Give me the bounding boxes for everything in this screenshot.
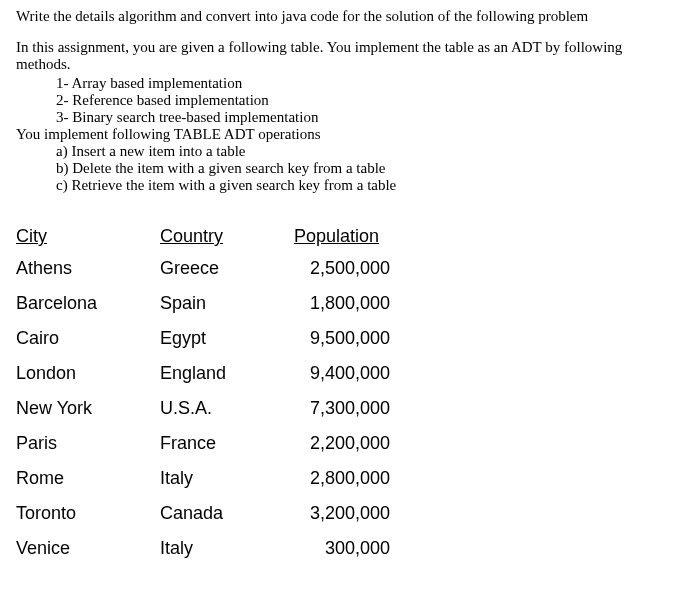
cell-country: Canada — [160, 496, 294, 531]
table-header-row: City Country Population — [16, 222, 428, 251]
cell-city: Athens — [16, 251, 160, 286]
intro-line: Write the details algorithm and convert … — [16, 8, 664, 25]
cell-population: 9,400,000 — [294, 356, 428, 391]
implementation-methods-list: 1- Array based implementation 2- Referen… — [56, 75, 664, 126]
table-row: London England 9,400,000 — [16, 356, 428, 391]
table-row: New York U.S.A. 7,300,000 — [16, 391, 428, 426]
cell-population: 7,300,000 — [294, 391, 428, 426]
cell-city: Paris — [16, 426, 160, 461]
cell-country: England — [160, 356, 294, 391]
table-row: Paris France 2,200,000 — [16, 426, 428, 461]
header-population: Population — [294, 222, 428, 251]
cell-city: London — [16, 356, 160, 391]
list-item: 1- Array based implementation — [56, 75, 664, 92]
table-row: Barcelona Spain 1,800,000 — [16, 286, 428, 321]
cell-country: Italy — [160, 461, 294, 496]
cell-population: 2,500,000 — [294, 251, 428, 286]
table-row: Athens Greece 2,500,000 — [16, 251, 428, 286]
table-row: Cairo Egypt 9,500,000 — [16, 321, 428, 356]
cell-population: 2,800,000 — [294, 461, 428, 496]
list-item: c) Retrieve the item with a given search… — [56, 177, 664, 194]
table-row: Toronto Canada 3,200,000 — [16, 496, 428, 531]
cell-population: 300,000 — [294, 531, 428, 566]
operations-lead: You implement following TABLE ADT operat… — [16, 126, 664, 143]
cell-country: France — [160, 426, 294, 461]
header-country: Country — [160, 222, 294, 251]
cell-population: 2,200,000 — [294, 426, 428, 461]
operations-list: a) Insert a new item into a table b) Del… — [56, 143, 664, 194]
assignment-lead: In this assignment, you are given a foll… — [16, 39, 664, 73]
assignment-block: In this assignment, you are given a foll… — [16, 39, 664, 194]
list-item: 2- Reference based implementation — [56, 92, 664, 109]
city-table: City Country Population Athens Greece 2,… — [16, 222, 428, 566]
cell-country: Greece — [160, 251, 294, 286]
list-item: a) Insert a new item into a table — [56, 143, 664, 160]
cell-city: Rome — [16, 461, 160, 496]
cell-population: 9,500,000 — [294, 321, 428, 356]
cell-city: New York — [16, 391, 160, 426]
table-row: Venice Italy 300,000 — [16, 531, 428, 566]
table-row: Rome Italy 2,800,000 — [16, 461, 428, 496]
cell-country: Italy — [160, 531, 294, 566]
cell-country: Egypt — [160, 321, 294, 356]
city-table-wrap: City Country Population Athens Greece 2,… — [16, 222, 664, 566]
list-item: b) Delete the item with a given search k… — [56, 160, 664, 177]
cell-country: Spain — [160, 286, 294, 321]
cell-population: 3,200,000 — [294, 496, 428, 531]
cell-country: U.S.A. — [160, 391, 294, 426]
cell-city: Toronto — [16, 496, 160, 531]
cell-city: Barcelona — [16, 286, 160, 321]
list-item: 3- Binary search tree-based implementati… — [56, 109, 664, 126]
cell-population: 1,800,000 — [294, 286, 428, 321]
cell-city: Cairo — [16, 321, 160, 356]
cell-city: Venice — [16, 531, 160, 566]
header-city: City — [16, 222, 160, 251]
